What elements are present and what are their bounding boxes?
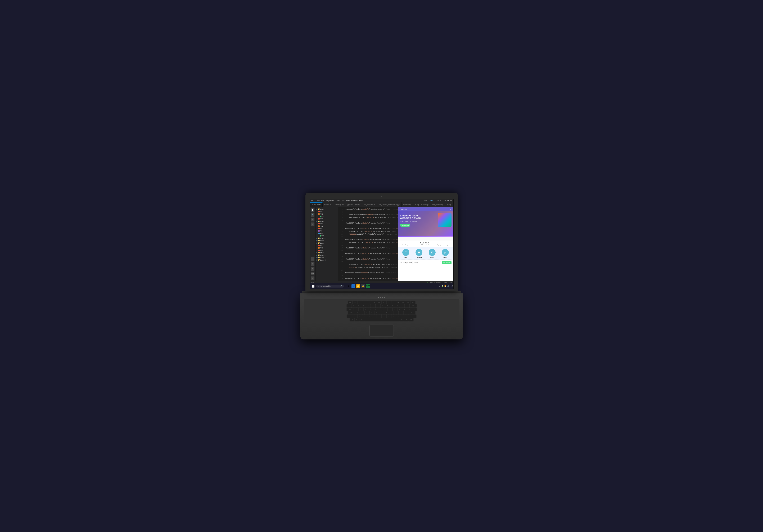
menu-edit[interactable]: Edit [321, 200, 324, 202]
microphone-icon[interactable]: 🎤 [340, 285, 342, 287]
tab-sfm9[interactable]: sfm_validate9.js [430, 202, 445, 207]
tree-l5-alt1[interactable]: Alt 1 [315, 244, 338, 247]
touchpad[interactable] [370, 325, 394, 337]
key-c[interactable]: C [367, 315, 372, 318]
key-caps[interactable]: Caps [348, 311, 355, 314]
maximize-button[interactable]: ⧉ [447, 200, 449, 201]
key-o[interactable]: O [393, 308, 397, 311]
key-u[interactable]: U [383, 308, 387, 311]
key-f[interactable]: F [370, 311, 374, 314]
key-8[interactable]: 8 [385, 304, 390, 307]
tab-bootstrap-js[interactable]: bootstrap.js [401, 202, 413, 207]
key-rbracket[interactable]: ] [407, 308, 412, 311]
menu-help[interactable]: Help [359, 200, 363, 202]
tab-sfm-validate[interactable]: sfm_validate7.js [362, 202, 377, 207]
picture-icon[interactable]: ⊞ [415, 249, 422, 256]
key-g[interactable]: G [375, 311, 379, 314]
key-lbracket[interactable]: [ [402, 308, 407, 311]
key-1[interactable]: 1 [352, 304, 356, 307]
tab-bootstrap-css[interactable]: bootstrap.css [333, 202, 346, 207]
key-comma[interactable]: , [391, 315, 396, 318]
key-lalt[interactable]: Alt [360, 318, 364, 321]
taskbar-web[interactable]: WEB [366, 284, 370, 288]
key-del[interactable]: Del [411, 301, 415, 304]
tree-layer2[interactable]: ▶ 📁 Layer 2 [315, 220, 338, 223]
key-v[interactable]: V [372, 315, 377, 318]
tab-jquery-min[interactable]: jquery-4.7.2.min.js [346, 202, 362, 207]
key-0[interactable]: 0 [395, 304, 399, 307]
tree-layer10[interactable]: ▶ 📁 Layer 10 [315, 259, 338, 261]
key-f10[interactable]: F10 [396, 301, 401, 304]
activity-search-icon[interactable]: 🔍 [311, 213, 314, 217]
key-4[interactable]: 4 [366, 304, 371, 307]
key-q[interactable]: Q [354, 308, 358, 311]
windows-search-bar[interactable]: ○ Ask me anything 🎤 [316, 285, 344, 287]
key-j[interactable]: J [384, 311, 389, 314]
tree-v2b[interactable]: v2b [315, 215, 338, 218]
key-backslash[interactable]: \ [412, 308, 416, 311]
activity-git-icon[interactable]: ⑂ [311, 218, 314, 221]
key-enter[interactable]: ↵ [408, 311, 415, 314]
tree-layer3[interactable]: ▶ 📁 Layer 3 [315, 237, 338, 240]
key-slash[interactable]: / [401, 315, 406, 318]
windows-start-button[interactable] [311, 284, 315, 288]
key-quote[interactable]: ' [403, 311, 408, 314]
tree-layer8[interactable]: ▶ 📁 Layer 8 [315, 254, 338, 257]
key-e[interactable]: E [364, 308, 368, 311]
key-fn[interactable]: Fn [404, 318, 408, 321]
key-t[interactable]: T [373, 308, 378, 311]
key-minus[interactable]: - [400, 304, 404, 307]
key-n[interactable]: N [382, 315, 386, 318]
tab-buttons[interactable]: buttons.js [323, 202, 333, 207]
key-f8[interactable]: F8 [386, 301, 391, 304]
key-f1[interactable]: F1 [353, 301, 357, 304]
key-f7[interactable]: F7 [382, 301, 386, 304]
taskbar-task-view[interactable]: ⧉ [347, 284, 351, 288]
menu-site[interactable]: Site [341, 200, 344, 202]
key-f12[interactable]: F12 [406, 301, 410, 304]
activity-settings-icon[interactable]: ⚙ [311, 276, 314, 280]
menu-file[interactable]: File [317, 200, 320, 202]
key-6[interactable]: 6 [376, 304, 380, 307]
hero-get-started-button[interactable]: Get started [400, 224, 410, 227]
chevron-icon[interactable]: ⌄ [398, 237, 453, 241]
key-backspace[interactable]: ⌫ [410, 304, 416, 307]
key-semicolon[interactable]: ; [399, 311, 403, 314]
search-input[interactable] [412, 261, 441, 264]
key-f6[interactable]: F6 [377, 301, 382, 304]
activity-layers-icon[interactable]: ⊟ [311, 262, 314, 266]
key-tab[interactable]: Tab [347, 308, 354, 311]
key-d[interactable]: D [365, 311, 369, 314]
tree-layer4[interactable]: ▶ 📁 Layer 4 [315, 240, 338, 242]
designer-menu-icon[interactable]: ≡ [450, 208, 451, 210]
tree-l5-alt3[interactable]: Alt 3 [315, 249, 338, 252]
tree-l2-alt4[interactable]: Alt 4 [315, 230, 338, 232]
tree-l5-alt2[interactable]: Alt 2 [315, 247, 338, 249]
taskbar-security[interactable]: 🔒 [361, 284, 365, 288]
key-f3[interactable]: F3 [362, 301, 367, 304]
key-equals[interactable]: = [405, 304, 409, 307]
key-rshift[interactable]: ⇧ [406, 315, 416, 318]
activity-debug-icon[interactable]: ⚙ [311, 223, 314, 226]
tree-l2-alt3[interactable]: Alt 3 [315, 227, 338, 230]
video-icon[interactable]: ▷ [442, 249, 449, 256]
tray-volume[interactable]: 🔊 [447, 285, 449, 287]
key-r[interactable]: R [369, 308, 373, 311]
key-9[interactable]: 9 [390, 304, 395, 307]
key-l[interactable]: L [394, 311, 398, 314]
tree-layer1[interactable]: ▶ 📁 Layer 1 [315, 208, 338, 210]
tree-layer9[interactable]: ▶ 📁 Layer 9 [315, 257, 338, 259]
search-get-started-button[interactable]: Get started [442, 261, 452, 264]
tree-layer6[interactable]: ▶ 📁 Layer 6 [315, 252, 338, 254]
key-f9[interactable]: F9 [391, 301, 396, 304]
tab-jquery-3[interactable]: jquery-1.7.0.min.js [445, 202, 453, 207]
code-editor[interactable]: 1<#ce9178">"color:#9cdcfe">style=#ce9178… [338, 207, 398, 281]
key-b[interactable]: B [377, 315, 382, 318]
tree-l2-alt1[interactable]: Alt 1 [315, 223, 338, 225]
menu-window[interactable]: Window [351, 200, 358, 202]
key-2[interactable]: 2 [356, 304, 361, 307]
hamburger-icon[interactable] [311, 200, 313, 201]
text-icon[interactable]: T [402, 249, 409, 256]
view-split[interactable]: Split [430, 200, 433, 202]
tree-alt1[interactable]: Alt 1 [315, 210, 338, 213]
